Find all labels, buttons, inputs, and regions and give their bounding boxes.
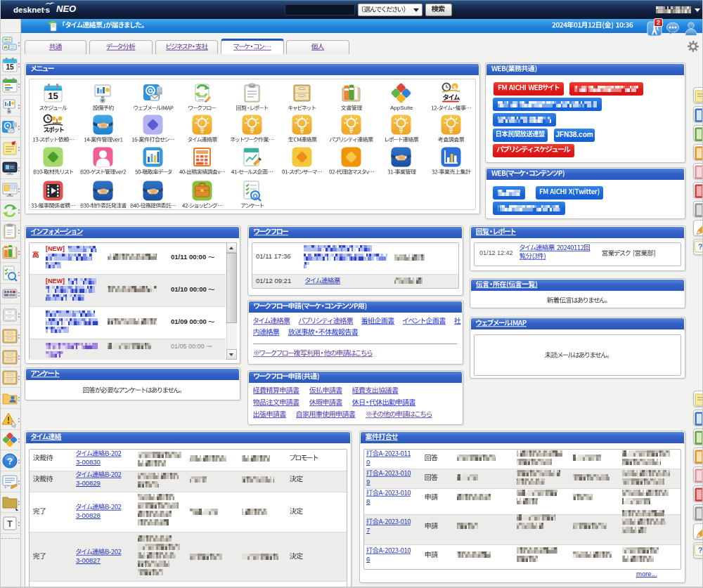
svg-text:Q: Q	[252, 192, 257, 200]
svg-text:?: ?	[7, 456, 13, 466]
svg-text:15: 15	[48, 91, 58, 101]
svg-text:$: $	[453, 84, 457, 91]
svg-text:T: T	[7, 519, 13, 529]
svg-text:15: 15	[6, 63, 14, 71]
